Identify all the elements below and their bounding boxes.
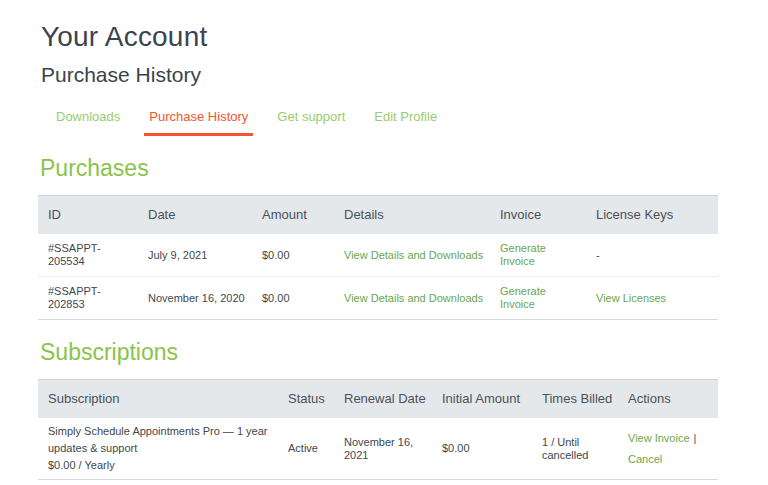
column-header-actions: Actions (618, 380, 718, 419)
account-page: Your Account Purchase History Downloads … (38, 21, 718, 480)
tab-edit-profile[interactable]: Edit Profile (369, 109, 442, 136)
subscription-price: $0.00 / Yearly (48, 457, 274, 474)
column-header-initial-amount: Initial Amount (432, 380, 532, 419)
purchase-row: #SSAPPT-205534 July 9, 2021 $0.00 View D… (38, 234, 718, 277)
column-header-status: Status (278, 380, 334, 419)
generate-invoice-link[interactable]: Generate Invoice (500, 285, 546, 310)
purchase-id: #SSAPPT-202853 (38, 277, 138, 320)
view-details-link[interactable]: View Details and Downloads (344, 292, 483, 304)
view-licenses-link[interactable]: View Licenses (596, 292, 666, 304)
subscriptions-header-row: Subscription Status Renewal Date Initial… (38, 380, 718, 419)
column-header-license-keys: License Keys (586, 196, 718, 235)
subscription-name: Simply Schedule Appointments Pro — 1 yea… (48, 423, 274, 457)
page-subtitle: Purchase History (41, 63, 718, 87)
subscription-times-billed: 1 / Until cancelled (532, 418, 618, 480)
subscription-status: Active (278, 418, 334, 480)
column-header-subscription: Subscription (38, 380, 278, 419)
tab-downloads[interactable]: Downloads (51, 109, 125, 136)
page-title: Your Account (41, 21, 718, 53)
purchases-heading: Purchases (40, 155, 718, 182)
purchase-amount: $0.00 (252, 234, 334, 277)
purchase-date: July 9, 2021 (138, 234, 252, 277)
license-keys-value: - (586, 234, 718, 277)
subscriptions-table: Subscription Status Renewal Date Initial… (38, 379, 718, 480)
tab-get-support[interactable]: Get support (272, 109, 350, 136)
purchases-header-row: ID Date Amount Details Invoice License K… (38, 196, 718, 235)
cancel-subscription-link[interactable]: Cancel (628, 453, 662, 465)
column-header-details: Details (334, 196, 490, 235)
purchases-table: ID Date Amount Details Invoice License K… (38, 195, 718, 320)
actions-separator: | (694, 432, 697, 444)
purchase-date: November 16, 2020 (138, 277, 252, 320)
purchase-amount: $0.00 (252, 277, 334, 320)
column-header-renewal-date: Renewal Date (334, 380, 432, 419)
subscriptions-heading: Subscriptions (40, 339, 718, 366)
generate-invoice-link[interactable]: Generate Invoice (500, 242, 546, 267)
column-header-amount: Amount (252, 196, 334, 235)
view-invoice-link[interactable]: View Invoice (628, 432, 690, 444)
subscription-initial-amount: $0.00 (432, 418, 532, 480)
account-tabs: Downloads Purchase History Get support E… (51, 109, 718, 136)
column-header-invoice: Invoice (490, 196, 586, 235)
purchase-id: #SSAPPT-205534 (38, 234, 138, 277)
view-details-link[interactable]: View Details and Downloads (344, 249, 483, 261)
subscription-row: Simply Schedule Appointments Pro — 1 yea… (38, 418, 718, 480)
column-header-id: ID (38, 196, 138, 235)
purchase-row: #SSAPPT-202853 November 16, 2020 $0.00 V… (38, 277, 718, 320)
column-header-date: Date (138, 196, 252, 235)
tab-purchase-history[interactable]: Purchase History (144, 109, 253, 136)
subscription-renewal-date: November 16, 2021 (334, 418, 432, 480)
column-header-times-billed: Times Billed (532, 380, 618, 419)
